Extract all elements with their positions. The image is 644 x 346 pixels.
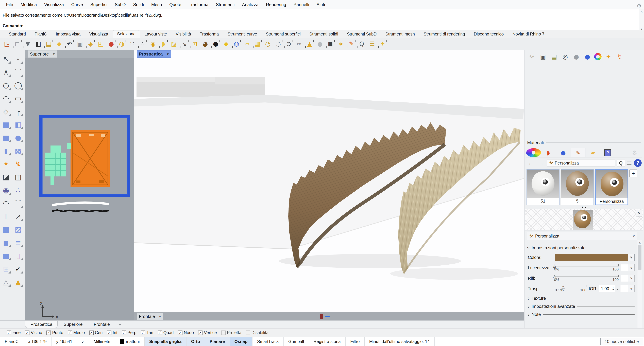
- orient-icon[interactable]: ▨: [12, 224, 24, 235]
- ior-spinner[interactable]: 1.00 ▲▼: [599, 285, 615, 292]
- menu-subd[interactable]: SubD: [111, 2, 130, 7]
- notifications-button[interactable]: 10 nuove notifiche: [600, 338, 643, 345]
- hatch-surface-icon[interactable]: ▨: [169, 39, 179, 49]
- checkbox-icon[interactable]: ✓: [25, 331, 30, 335]
- reflection-slider[interactable]: △ 0%100: [554, 275, 618, 282]
- node-edit-icon[interactable]: ↘: [179, 39, 190, 49]
- status-layer[interactable]: mattoni: [115, 337, 144, 346]
- osnap-vicino[interactable]: ✓ Vicino: [25, 330, 42, 335]
- checkbox-icon[interactable]: ✓: [122, 331, 126, 335]
- gloss-slider[interactable]: △ 0%100: [554, 264, 618, 272]
- undo-icon[interactable]: ↶: [64, 39, 75, 49]
- tab-standard[interactable]: Standard: [4, 31, 30, 38]
- osnap-medio[interactable]: ✓ Medio: [68, 330, 85, 335]
- pyramid-icon[interactable]: ▲: [12, 276, 24, 288]
- checkbox-icon[interactable]: ✓: [141, 331, 145, 335]
- back-icon[interactable]: ←: [527, 159, 535, 167]
- scroll-up-icon[interactable]: ∧: [640, 9, 643, 13]
- tab-texture-sphere-icon[interactable]: ●: [556, 148, 570, 157]
- object-list-icon[interactable]: ▤: [44, 39, 54, 49]
- cone-icon[interactable]: ▲: [304, 39, 315, 49]
- collapse-preview-icon[interactable]: ∨∨: [524, 205, 644, 209]
- status-y[interactable]: y 46.541: [52, 337, 77, 346]
- checkbox-icon[interactable]: ✓: [158, 331, 162, 335]
- tab-strumenti-mesh[interactable]: Strumenti mesh: [381, 31, 419, 38]
- tab-novita-rhino7[interactable]: Novità di Rhino 7: [508, 31, 549, 38]
- selection-filter-icon[interactable]: ◳: [2, 39, 12, 49]
- tab-seleziona[interactable]: Seleziona: [112, 30, 140, 38]
- tab-pianic[interactable]: PianiC: [30, 31, 51, 38]
- tab-strumenti-rendering[interactable]: Strumenti di rendering: [419, 31, 470, 38]
- command-history[interactable]: File salvato correttamente come C:\Users…: [0, 9, 644, 21]
- osnap-quad[interactable]: ✓ Quad: [158, 330, 174, 335]
- osnap-cen[interactable]: ✓ Cen: [89, 330, 103, 335]
- wireframe-sphere-icon[interactable]: ◔: [262, 39, 273, 49]
- chain-link-icon[interactable]: ∞: [294, 39, 304, 49]
- vp-tab-superiore[interactable]: Superiore: [58, 321, 88, 328]
- menu-aiuti[interactable]: Aiuti: [313, 2, 329, 7]
- color-dots-icon[interactable]: ∴: [12, 184, 24, 196]
- tab-strumenti-superfici[interactable]: Strumenti superfici: [262, 31, 305, 38]
- tab-library-folder-icon[interactable]: ▰: [586, 148, 600, 157]
- tab-strumenti-curve[interactable]: Strumenti curve: [223, 31, 262, 38]
- tab-disegno-tecnico[interactable]: Disegno tecnico: [469, 31, 508, 38]
- blue-sphere-icon[interactable]: ●: [583, 52, 592, 61]
- new-file-icon[interactable]: ◆: [54, 39, 64, 49]
- section-note[interactable]: › Note: [528, 312, 634, 317]
- circle-icon[interactable]: ○: [0, 79, 12, 91]
- tab-environment-icon[interactable]: ◗: [541, 148, 556, 157]
- tab-materials-brush-icon[interactable]: ✎: [570, 148, 586, 157]
- primitives-icon[interactable]: △: [0, 276, 12, 288]
- status-units[interactable]: Millimetri: [89, 337, 115, 346]
- gray-sphere-icon[interactable]: ●: [572, 52, 581, 61]
- menu-mesh[interactable]: Mesh: [148, 2, 166, 7]
- rectangle-icon[interactable]: ▭: [12, 92, 24, 104]
- color-swatch[interactable]: ∨: [555, 254, 634, 261]
- chevron-down-icon[interactable]: ∨: [628, 285, 634, 292]
- toolbar-gear-icon[interactable]: ⚙: [636, 2, 642, 9]
- save-icon[interactable]: ▤: [550, 52, 558, 61]
- selection-funnel-icon[interactable]: ▼: [22, 39, 33, 49]
- cylinder-icon[interactable]: ▮: [0, 145, 12, 157]
- trim-icon[interactable]: ◪: [0, 171, 12, 183]
- explode-icon[interactable]: ↯: [615, 52, 624, 61]
- brush-icon[interactable]: ✎: [346, 39, 356, 49]
- split-icon[interactable]: ◫: [12, 171, 24, 183]
- surface-patch-icon[interactable]: ◧: [12, 119, 24, 130]
- section-custom-settings[interactable]: › Impostazioni personalizzate: [528, 245, 634, 251]
- viewport-frontale-label[interactable]: Frontale ▾: [137, 313, 163, 320]
- fillet-curve-icon[interactable]: ╭: [12, 105, 24, 117]
- viewport-superiore[interactable]: Superiore ▾: [25, 50, 134, 321]
- menu-file[interactable]: File: [2, 2, 17, 7]
- gloss-texture-box[interactable]: [620, 264, 628, 271]
- command-scrollbar[interactable]: ∧ ∨: [639, 9, 644, 30]
- status-x[interactable]: x 136.179: [24, 337, 52, 346]
- material-51[interactable]: 51: [526, 169, 560, 205]
- plane-surface-icon[interactable]: ▱: [242, 39, 252, 49]
- scatter-points-icon[interactable]: ∴: [137, 39, 148, 49]
- menu-pannelli[interactable]: Pannelli: [290, 2, 313, 7]
- osnap-perp[interactable]: ✓ Perp: [122, 330, 136, 335]
- scrollbar-thumb[interactable]: [638, 245, 642, 270]
- viewport-prospettica[interactable]: Prospettica ▾ Frontale ▾: [134, 50, 524, 321]
- command-input[interactable]: Comando:: [0, 21, 644, 30]
- dimension-icon[interactable]: ◈: [85, 39, 96, 49]
- forward-icon[interactable]: →: [537, 159, 545, 167]
- cursor-icon[interactable]: ↖: [0, 53, 12, 65]
- solid-union-icon[interactable]: ◼: [0, 237, 12, 248]
- annotate-tag-icon[interactable]: ▣: [75, 39, 85, 49]
- spinner-arrows[interactable]: ▲▼: [611, 286, 615, 291]
- add-material-button[interactable]: +: [630, 170, 637, 177]
- chevron-down-icon[interactable]: ∨: [628, 264, 634, 271]
- gumball-icon[interactable]: ⊞: [190, 39, 200, 49]
- gray-ellipsoid-icon[interactable]: ●: [315, 39, 325, 49]
- grid-surface-icon[interactable]: ▦: [252, 39, 262, 49]
- lock-icon[interactable]: ▣: [539, 52, 548, 61]
- box-icon[interactable]: ■: [0, 132, 12, 143]
- magnifier-icon[interactable]: Q: [356, 39, 367, 49]
- material-type-dropdown[interactable]: ⚒ Personalizza ∨: [527, 232, 637, 240]
- layer-color-icon[interactable]: ◕: [200, 39, 210, 49]
- status-save-minutes[interactable]: Minuti dall'ultimo salvataggio: 14: [364, 337, 434, 346]
- osnap-proietta[interactable]: ✓ Proietta: [221, 330, 241, 335]
- copy-icon[interactable]: ⊞: [0, 263, 12, 275]
